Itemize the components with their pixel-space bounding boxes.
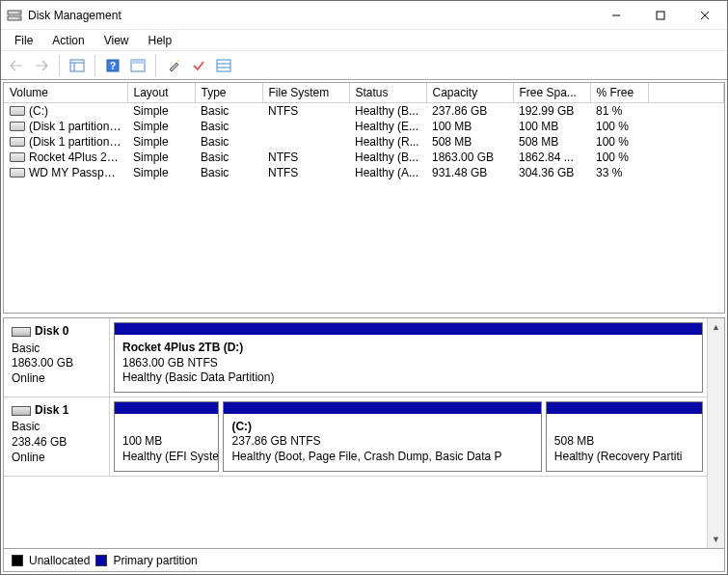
table-row[interactable]: WD MY Passport (...SimpleBasicNTFSHealth… — [4, 165, 724, 180]
legend-swatch-primary — [95, 555, 107, 566]
content-area: Volume Layout Type File System Status Ca… — [1, 80, 727, 574]
toolbar: ? — [1, 51, 727, 80]
partition-block[interactable]: 100 MBHealthy (EFI Syste — [114, 401, 219, 472]
view-settings-button[interactable] — [66, 54, 89, 77]
disk-graphical-pane: Disk 0Basic1863.00 GBOnlineRocket 4Plus … — [3, 317, 725, 549]
volume-name-cell: (Disk 1 partition 1) — [4, 119, 127, 134]
menu-view[interactable]: View — [96, 32, 137, 49]
col-capacity[interactable]: Capacity — [426, 83, 513, 102]
partition-area: 100 MBHealthy (EFI Syste(C:)237.86 GB NT… — [110, 397, 707, 476]
volume-name-cell: (C:) — [4, 102, 127, 119]
legend-swatch-unallocated — [12, 555, 23, 566]
close-button[interactable] — [683, 1, 727, 30]
legend-bar: Unallocated Primary partition — [3, 549, 725, 572]
back-button[interactable] — [5, 54, 28, 77]
disk-icon — [12, 406, 31, 416]
disk-header[interactable]: Disk 0Basic1863.00 GBOnline — [4, 318, 110, 397]
window-title: Disk Management — [28, 9, 121, 22]
svg-rect-14 — [131, 60, 145, 64]
svg-point-3 — [18, 17, 20, 19]
menu-file[interactable]: File — [7, 32, 40, 49]
scroll-down-button[interactable]: ▼ — [708, 531, 724, 548]
col-type[interactable]: Type — [195, 83, 262, 102]
volume-icon — [10, 137, 25, 147]
table-row[interactable]: Rocket 4Plus 2TB (...SimpleBasicNTFSHeal… — [4, 150, 724, 165]
partition-colorbar — [115, 402, 218, 414]
volume-table: Volume Layout Type File System Status Ca… — [4, 83, 724, 180]
col-blank[interactable] — [648, 83, 724, 102]
svg-rect-5 — [657, 12, 664, 19]
disk-header[interactable]: Disk 1Basic238.46 GBOnline — [4, 397, 110, 476]
action-wizard-button[interactable] — [162, 54, 185, 77]
partition-area: Rocket 4Plus 2TB (D:)1863.00 GB NTFSHeal… — [110, 318, 707, 397]
volume-icon — [10, 106, 25, 116]
col-freespace[interactable]: Free Spa... — [513, 83, 590, 102]
svg-point-2 — [18, 12, 20, 14]
svg-rect-15 — [217, 60, 230, 71]
disk-icon — [12, 327, 31, 337]
table-row[interactable]: (Disk 1 partition 1)SimpleBasicHealthy (… — [4, 119, 724, 134]
column-header-row: Volume Layout Type File System Status Ca… — [4, 83, 724, 102]
disk-row: Disk 0Basic1863.00 GBOnlineRocket 4Plus … — [4, 318, 707, 397]
partition-block[interactable]: Rocket 4Plus 2TB (D:)1863.00 GB NTFSHeal… — [114, 322, 703, 393]
col-layout[interactable]: Layout — [127, 83, 195, 102]
minimize-button[interactable] — [594, 1, 638, 30]
help-button[interactable]: ? — [101, 54, 124, 77]
col-filesystem[interactable]: File System — [262, 83, 349, 102]
volume-name-cell: Rocket 4Plus 2TB (... — [4, 150, 127, 165]
volume-icon — [10, 152, 25, 162]
menu-help[interactable]: Help — [141, 32, 180, 49]
col-pctfree[interactable]: % Free — [590, 83, 648, 102]
titlebar: Disk Management — [1, 1, 727, 30]
forward-button[interactable] — [30, 54, 53, 77]
app-icon — [7, 8, 22, 23]
col-status[interactable]: Status — [349, 83, 426, 102]
partition-block[interactable]: 508 MBHealthy (Recovery Partiti — [546, 401, 703, 472]
volume-name-cell: (Disk 1 partition 4) — [4, 134, 127, 150]
table-row[interactable]: (C:)SimpleBasicNTFSHealthy (B...237.86 G… — [4, 102, 724, 119]
view-top-button[interactable] — [126, 54, 149, 77]
apply-button[interactable] — [187, 54, 210, 77]
partition-colorbar — [547, 402, 702, 414]
maximize-button[interactable] — [638, 1, 683, 30]
partition-colorbar — [115, 323, 702, 335]
table-row[interactable]: (Disk 1 partition 4)SimpleBasicHealthy (… — [4, 134, 724, 150]
svg-text:?: ? — [110, 61, 116, 71]
legend-unallocated-label: Unallocated — [29, 554, 90, 567]
partition-colorbar — [224, 402, 540, 414]
svg-rect-8 — [70, 60, 84, 71]
menu-action[interactable]: Action — [44, 32, 92, 49]
col-volume[interactable]: Volume — [4, 83, 127, 102]
list-view-button[interactable] — [212, 54, 235, 77]
volume-list-pane: Volume Layout Type File System Status Ca… — [3, 82, 725, 314]
partition-block[interactable]: (C:)237.86 GB NTFSHealthy (Boot, Page Fi… — [223, 401, 541, 472]
disk-row: Disk 1Basic238.46 GBOnline 100 MBHealthy… — [4, 397, 707, 477]
scroll-up-button[interactable]: ▲ — [708, 318, 724, 336]
volume-icon — [10, 168, 25, 178]
volume-icon — [10, 122, 25, 131]
legend-primary-label: Primary partition — [113, 554, 197, 567]
menubar: File Action View Help — [1, 30, 727, 51]
volume-name-cell: WD MY Passport (... — [4, 165, 127, 180]
vertical-scrollbar[interactable]: ▲ ▼ — [707, 318, 724, 548]
